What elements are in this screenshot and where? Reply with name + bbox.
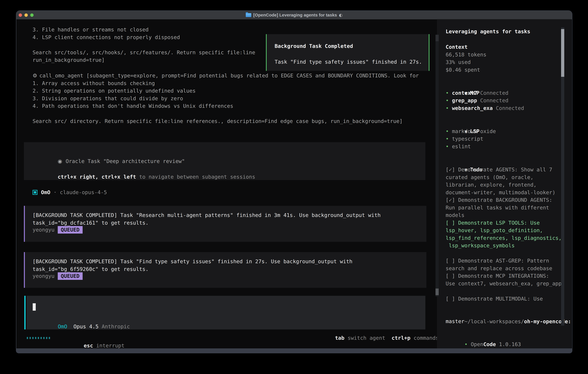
todo-line: lsp_workspace_symbols bbox=[446, 242, 515, 249]
context-heading: Context bbox=[446, 43, 468, 51]
 bbox=[493, 105, 496, 111]
lsp-name: typescript bbox=[452, 136, 483, 142]
tool-call-line: Search src/ directory. Return specific f… bbox=[32, 117, 419, 125]
mcp-section-header[interactable]: ▼MCP bbox=[446, 82, 480, 89]
input-agent-line: OmO Opus 4.5 Anthropic bbox=[33, 318, 130, 325]
todo-line: [✓] Demonstrate AGENTS: Show all 7 bbox=[446, 166, 552, 174]
todo-line: [✓] Demonstrate BACKGROUND AGENTS: bbox=[446, 196, 552, 204]
todo-line: [ ] Demonstrate LSP TOOLS: Use bbox=[446, 219, 540, 227]
tool-call-line: 3. Division operations that could divide… bbox=[32, 95, 419, 102]
lsp-item: •markdown-oxide bbox=[446, 128, 496, 135]
text-cursor bbox=[33, 303, 36, 311]
assistant-message: 3. File handles or streams not closed4. … bbox=[32, 26, 255, 64]
todo-line: lsp_find_references, lsp_diagnostics, bbox=[446, 234, 562, 242]
mcp-item: •grep_app Connected bbox=[446, 97, 508, 104]
bullet-dot-icon: • bbox=[446, 97, 449, 104]
todo-line: Use context7, websearch_exa, grep_app bbox=[446, 280, 562, 288]
 bbox=[477, 97, 480, 104]
chat-scrollbar[interactable] bbox=[435, 35, 439, 296]
workspace-path: ~/local-workspaces/oh-my-opencode: bbox=[446, 310, 571, 318]
input-provider: Anthropic bbox=[102, 323, 130, 330]
chat-scrollbar-topsegment bbox=[435, 35, 439, 41]
subagent-navigation-hint: ctrl+x right, ctrl+x left to navigate be… bbox=[32, 166, 255, 173]
sidebar-scrollbar[interactable] bbox=[561, 27, 564, 326]
agent-name: OmO bbox=[41, 189, 50, 196]
tool-call-first-line: ⚙ call_omo_agent [subagent_type=explore,… bbox=[32, 72, 419, 80]
window-titlebar[interactable]: [OpenCode] Leveraging agents for tasks ◐ bbox=[16, 11, 572, 19]
workspace-branch: master bbox=[446, 318, 464, 325]
agent-header: OmO · claude-opus-4-5 bbox=[32, 189, 107, 196]
mcp-name: context7 bbox=[452, 90, 477, 96]
mcp-item: •context7 Connected bbox=[446, 89, 508, 97]
input-accent-bar bbox=[24, 296, 26, 330]
traffic-lights bbox=[19, 11, 33, 19]
sidebar-scrollbar-thumb[interactable] bbox=[561, 29, 564, 77]
background-task-message: [BACKGROUND TASK COMPLETED] Task "Find t… bbox=[24, 252, 426, 288]
task-message-line: [BACKGROUND TASK COMPLETED] Task "Find t… bbox=[32, 258, 352, 265]
keybind-hint: ctrl+pcommands bbox=[392, 334, 439, 342]
session-sidebar: Leveraging agents for tasks Context 66,5… bbox=[437, 19, 571, 348]
close-window-button[interactable] bbox=[19, 13, 22, 17]
keybind-label: commands bbox=[414, 334, 439, 342]
context-used: 33% used bbox=[446, 58, 471, 66]
interrupt-hint: esc interrupt bbox=[59, 334, 125, 342]
task-message-line: task_id="bg_6f59260c" to get results. bbox=[32, 265, 352, 273]
keybind-hint: tabswitch agent bbox=[335, 334, 385, 342]
mcp-status: Connected bbox=[480, 90, 508, 96]
app-name-suffix: Code bbox=[483, 341, 496, 347]
chat-pane: 3. File handles or streams not closed4. … bbox=[24, 19, 431, 348]
input-agent-name: OmO bbox=[58, 323, 67, 330]
window-title-text: [OpenCode] Leveraging agents for tasks bbox=[253, 13, 337, 18]
separator-dot: · bbox=[53, 189, 57, 196]
input-model: Opus 4.5 bbox=[74, 323, 99, 330]
terminal-line bbox=[32, 41, 255, 49]
status-bar: esc interrupt tabswitch agentctrl+pcomma… bbox=[24, 334, 439, 342]
task-message-line: [BACKGROUND TASK COMPLETED] Task "Resear… bbox=[32, 211, 381, 219]
todo-section-header[interactable]: ▼Todo bbox=[446, 158, 483, 166]
fisheye-icon: ◉ bbox=[58, 158, 62, 164]
oracle-task-title: ◉Oracle Task "Deep architecture review" bbox=[32, 150, 185, 157]
task-user: yeongyu bbox=[32, 272, 54, 280]
status-badge: QUEUED bbox=[58, 272, 83, 280]
spinner-dot-icon bbox=[49, 337, 50, 339]
todo-line: models bbox=[446, 211, 464, 219]
minimize-window-button[interactable] bbox=[24, 13, 28, 17]
bullet-dot-icon: • bbox=[446, 136, 449, 142]
app-version-line: •OpenCode 1.0.163 bbox=[446, 333, 521, 341]
todo-line: Run parallel tasks with different bbox=[446, 204, 549, 212]
notification-body: Task "Find type safety issues" finished … bbox=[275, 58, 422, 66]
chat-scrollbar-thumb[interactable] bbox=[435, 289, 439, 295]
context-spent: $0.46 spent bbox=[446, 66, 480, 74]
oracle-task-panel[interactable]: ◉Oracle Task "Deep architecture review" … bbox=[24, 142, 425, 180]
context-tokens: 66,518 tokens bbox=[446, 51, 486, 59]
app-version: 1.0.163 bbox=[499, 341, 521, 347]
bullet-dot-icon: • bbox=[446, 128, 449, 134]
lsp-name: eslint bbox=[452, 144, 471, 149]
window-title: [OpenCode] Leveraging agents for tasks ◐ bbox=[246, 13, 343, 18]
app-name-prefix: Open bbox=[471, 341, 483, 347]
lsp-item: •typescript bbox=[446, 135, 483, 143]
tool-call-line: 4. Path operations that don't handle Win… bbox=[32, 102, 419, 110]
keybind-key: tab bbox=[335, 334, 344, 342]
bullet-dot-icon: • bbox=[446, 105, 449, 111]
tool-call-line: 1. Array access without bounds checking bbox=[32, 80, 419, 87]
bullet-dot-icon: • bbox=[446, 90, 449, 96]
zoom-window-button[interactable] bbox=[30, 13, 33, 17]
todo-line: lsp_hover, lsp_goto_definition, bbox=[446, 227, 543, 234]
mcp-item: •websearch_exa Connected bbox=[446, 104, 524, 112]
background-task-notification[interactable]: Background Task Completed Task "Find typ… bbox=[266, 34, 430, 71]
mcp-name: websearch_exa bbox=[452, 105, 493, 111]
lsp-item: •eslint bbox=[446, 143, 471, 150]
lsp-section-header[interactable]: ▼LSP bbox=[446, 120, 480, 128]
agent-model: claude-opus-4-5 bbox=[60, 189, 107, 196]
mcp-status: Connected bbox=[496, 105, 524, 111]
prompt-input[interactable]: OmO Opus 4.5 Anthropic bbox=[26, 296, 425, 330]
status-dot-icon: • bbox=[464, 341, 468, 347]
spinner-dot-icon bbox=[46, 337, 47, 339]
todo-line: curated agents (OmO, oracle, bbox=[446, 174, 534, 181]
mcp-status: Connected bbox=[480, 97, 508, 104]
keybind-hints: tabswitch agentctrl+pcommands bbox=[335, 334, 439, 342]
todo-line: search and replace across codebase bbox=[446, 265, 552, 272]
window-bottom-frame bbox=[16, 348, 572, 353]
keybind-key: ctrl+p bbox=[392, 334, 410, 342]
